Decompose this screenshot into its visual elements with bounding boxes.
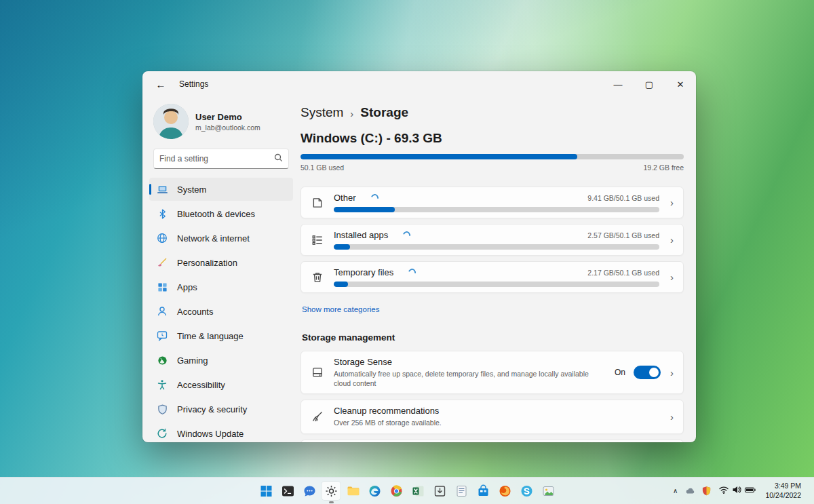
- sidebar-item-personalization[interactable]: Personalization: [149, 251, 293, 274]
- toggle-state-label: On: [615, 368, 625, 377]
- category-usage: 2.57 GB/50.1 GB used: [587, 231, 659, 239]
- drive-used-label: 50.1 GB used: [301, 163, 344, 172]
- store-icon[interactable]: [474, 482, 492, 500]
- drive-usage-fill: [301, 154, 577, 159]
- security-shield-icon[interactable]: [699, 482, 714, 501]
- edge-icon[interactable]: [366, 482, 384, 500]
- user-name: User Demo: [195, 112, 260, 122]
- chat-icon[interactable]: [301, 482, 319, 500]
- search-icon: [274, 153, 283, 165]
- sidebar-item-label: Privacy & security: [177, 404, 247, 414]
- category-label: Other: [334, 193, 356, 203]
- sidebar-item-label: Personalization: [177, 258, 237, 268]
- category-content: Other 9.41 GB/50.1 GB used: [334, 193, 659, 212]
- search-box[interactable]: [153, 149, 289, 169]
- installer-icon[interactable]: [431, 482, 449, 500]
- sidebar-item-system[interactable]: System: [149, 178, 293, 201]
- drive-title: Windows (C:) - 69.3 GB: [301, 131, 684, 146]
- settings-taskbar-icon[interactable]: [322, 482, 341, 500]
- terminal-icon[interactable]: [279, 482, 297, 500]
- maximize-button[interactable]: ▢: [634, 71, 665, 97]
- storage-sense-title: Storage Sense: [334, 357, 605, 367]
- breadcrumb-system[interactable]: System: [301, 105, 343, 120]
- sidebar-item-label: Windows Update: [177, 429, 244, 439]
- volume-icon: [731, 484, 742, 498]
- close-button[interactable]: ✕: [665, 71, 696, 97]
- clock-language-icon: [156, 330, 168, 342]
- status-icons[interactable]: [715, 482, 760, 501]
- cleanup-description: Over 256 MB of storage available.: [334, 418, 619, 427]
- chevron-right-icon: ›: [669, 271, 674, 283]
- sidebar-item-accessibility[interactable]: Accessibility: [149, 373, 293, 396]
- start-button[interactable]: [257, 482, 275, 500]
- category-bar-fill: [334, 207, 395, 212]
- loading-spinner-icon: [407, 267, 417, 277]
- avatar: [153, 104, 189, 139]
- chrome-icon[interactable]: [387, 482, 406, 500]
- minimize-button[interactable]: —: [602, 71, 634, 97]
- settings-window: ← Settings — ▢ ✕: [142, 71, 696, 442]
- category-usage: 9.41 GB/50.1 GB used: [587, 194, 659, 202]
- firefox-icon[interactable]: [496, 482, 514, 500]
- category-cards: Other 9.41 GB/50.1 GB used ›: [301, 187, 684, 293]
- excel-icon[interactable]: [409, 482, 427, 500]
- drive-free-label: 19.2 GB free: [643, 163, 684, 172]
- battery-icon: [744, 484, 756, 498]
- category-bar: [334, 282, 659, 287]
- sidebar-item-network[interactable]: Network & internet: [149, 227, 293, 250]
- category-row-installed-apps[interactable]: Installed apps 2.57 GB/50.1 GB used ›: [301, 224, 684, 256]
- file-explorer-icon[interactable]: [344, 482, 362, 500]
- sidebar-item-bluetooth[interactable]: Bluetooth & devices: [149, 202, 293, 225]
- sidebar-item-label: Network & internet: [177, 233, 250, 244]
- clock-date: 10/24/2022: [765, 491, 801, 501]
- bluetooth-icon: [156, 208, 168, 220]
- advanced-storage-row[interactable]: Advanced storage settings Backup options…: [301, 440, 684, 442]
- cloud-icon[interactable]: [683, 482, 698, 501]
- storage-page: System › Storage Windows (C:) - 69.3 GB …: [300, 97, 696, 442]
- user-info: User Demo m_lab@outlook.com: [195, 112, 260, 132]
- cleanup-recommendations-row[interactable]: Cleanup recommendations Over 256 MB of s…: [301, 400, 684, 433]
- category-usage: 2.17 GB/50.1 GB used: [587, 269, 659, 277]
- box-icon: [311, 196, 324, 210]
- category-row-temporary-files[interactable]: Temporary files 2.17 GB/50.1 GB used ›: [301, 261, 684, 293]
- storage-management-header: Storage management: [302, 332, 684, 343]
- accessibility-icon: [156, 379, 168, 391]
- storage-sense-row[interactable]: Storage Sense Automatically free up spac…: [301, 351, 684, 394]
- person-icon: [156, 305, 168, 317]
- taskbar-center: [257, 482, 558, 500]
- clock[interactable]: 3:49 PM 10/24/2022: [761, 482, 808, 500]
- sidebar-item-privacy[interactable]: Privacy & security: [149, 398, 293, 421]
- broom-icon: [311, 410, 324, 423]
- sidebar-item-label: Apps: [177, 282, 197, 292]
- setting-content: Cleanup recommendations Over 256 MB of s…: [334, 406, 659, 427]
- sidebar-item-time-language[interactable]: Time & language: [149, 324, 293, 347]
- category-label: Installed apps: [334, 230, 388, 240]
- sidebar-item-label: Gaming: [177, 355, 208, 366]
- setting-content: Storage Sense Automatically free up spac…: [334, 357, 605, 388]
- desktop: ← Settings — ▢ ✕: [0, 0, 814, 504]
- chevron-right-icon: ›: [669, 411, 674, 423]
- app-list-icon: [311, 233, 324, 247]
- storage-sense-toggle[interactable]: [634, 366, 661, 379]
- show-more-categories-link[interactable]: Show more categories: [302, 305, 379, 313]
- back-button[interactable]: ←: [151, 75, 171, 93]
- sidebar-item-label: Accessibility: [177, 380, 225, 390]
- breadcrumb-storage: Storage: [360, 105, 408, 120]
- sidebar-item-gaming[interactable]: Gaming: [149, 349, 293, 372]
- sidebar-nav: System Bluetooth & devices Network & int…: [142, 177, 300, 442]
- wifi-icon: [718, 484, 729, 498]
- user-email: m_lab@outlook.com: [195, 123, 260, 132]
- user-profile[interactable]: User Demo m_lab@outlook.com: [142, 98, 300, 147]
- sidebar-item-apps[interactable]: Apps: [149, 275, 293, 298]
- notes-icon[interactable]: [452, 482, 471, 500]
- photos-icon[interactable]: [539, 482, 558, 500]
- sidebar-item-accounts[interactable]: Accounts: [149, 300, 293, 323]
- search-input[interactable]: [159, 154, 274, 163]
- skype-icon[interactable]: [518, 482, 536, 500]
- category-row-other[interactable]: Other 9.41 GB/50.1 GB used ›: [301, 187, 684, 218]
- tray-chevron-up-icon[interactable]: ∧: [669, 482, 682, 501]
- brush-icon: [156, 256, 168, 269]
- sidebar-item-windows-update[interactable]: Windows Update: [149, 422, 293, 442]
- taskbar: ∧ 3:49 PM 10/24/2022: [0, 477, 814, 504]
- show-more-row: Show more categories: [302, 303, 682, 315]
